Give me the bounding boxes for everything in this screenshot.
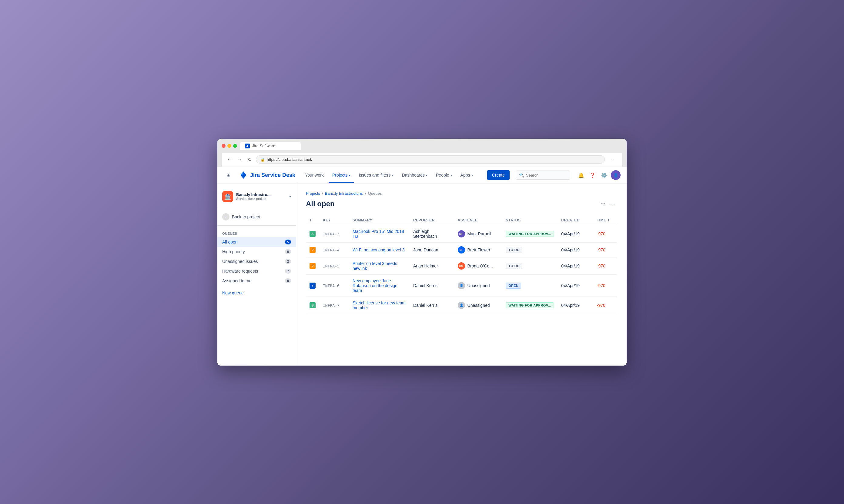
- search-bar[interactable]: 🔍 /: [516, 170, 570, 180]
- traffic-lights: [222, 144, 237, 148]
- issue-assignee-cell: MP Mark Parnell: [454, 225, 502, 242]
- issue-type-cell: S: [306, 296, 319, 314]
- issue-key: INFRA-7: [323, 303, 340, 308]
- status-badge: WAITING FOR APPROV...: [506, 302, 554, 308]
- project-type: Service desk project: [236, 197, 286, 200]
- help-button[interactable]: ❓: [588, 170, 598, 180]
- nav-people[interactable]: People ▾: [432, 170, 455, 180]
- project-header: 🏦 Banc.ly Infrastru... Service desk proj…: [217, 189, 296, 207]
- issue-summary-cell[interactable]: Sketch license for new team member: [349, 296, 410, 314]
- star-button[interactable]: ☆: [599, 199, 607, 209]
- table-row[interactable]: ? INFRA-5 Printer on level 3 needs new i…: [306, 257, 617, 274]
- notifications-button[interactable]: 🔔: [576, 170, 586, 180]
- minimize-button[interactable]: [227, 144, 231, 148]
- user-avatar-button[interactable]: 👤: [611, 170, 621, 180]
- issue-summary[interactable]: Wi-Fi not working on level 3: [352, 248, 405, 252]
- close-button[interactable]: [222, 144, 226, 148]
- issue-time: -970: [597, 248, 605, 252]
- assignee-name: Brona O'Co...: [467, 264, 493, 268]
- issue-time: -970: [597, 303, 605, 308]
- issue-key-cell: INFRA-6: [319, 274, 349, 296]
- assignee-cell: BO Brona O'Co...: [458, 262, 499, 270]
- breadcrumb-projects[interactable]: Projects: [306, 191, 320, 196]
- issue-reporter-cell: Daniel Kerris: [410, 274, 454, 296]
- search-input[interactable]: [526, 173, 577, 178]
- project-info: Banc.ly Infrastru... Service desk projec…: [236, 192, 286, 200]
- browser-titlebar: Jira Software: [222, 142, 622, 150]
- assignee-avatar: 👤: [458, 282, 465, 289]
- nav-apps[interactable]: Apps ▾: [457, 170, 477, 180]
- issue-reporter-cell: Daniel Kerris: [410, 296, 454, 314]
- status-badge: TO DO: [506, 247, 522, 253]
- table-row[interactable]: ? INFRA-4 Wi-Fi not working on level 3 J…: [306, 242, 617, 257]
- browser-tab[interactable]: Jira Software: [240, 142, 301, 150]
- status-badge: OPEN: [506, 283, 521, 289]
- assignee-avatar: 👤: [458, 302, 465, 309]
- issue-created: 04/Apr/19: [561, 303, 580, 308]
- issue-summary[interactable]: Printer on level 3 needs new ink: [352, 261, 397, 271]
- issue-assignee-cell: BO Brona O'Co...: [454, 257, 502, 274]
- col-header-status[interactable]: Status: [502, 216, 557, 225]
- issues-table: T Key Summary Reporter Assignee Status C…: [306, 216, 617, 314]
- col-header-assignee[interactable]: Assignee: [454, 216, 502, 225]
- issue-summary[interactable]: Sketch license for new team member: [352, 301, 406, 310]
- issue-created: 04/Apr/19: [561, 248, 580, 252]
- col-header-time[interactable]: Time t: [593, 216, 617, 225]
- app-name: Jira Service Desk: [250, 172, 295, 178]
- browser-chrome: Jira Software ← → ↻ 🔒 https://cloud.atla…: [217, 139, 627, 167]
- grid-menu-button[interactable]: ⊞: [223, 170, 233, 180]
- table-row[interactable]: S INFRA-3 MacBook Pro 15" Mid 2018 TB As…: [306, 225, 617, 242]
- new-queue-link[interactable]: New queue: [217, 288, 296, 298]
- issue-type-cell: ?: [306, 242, 319, 257]
- issue-reporter-cell: Arjan Helmer: [410, 257, 454, 274]
- project-name: Banc.ly Infrastru...: [236, 192, 286, 197]
- issue-summary-cell[interactable]: MacBook Pro 15" Mid 2018 TB: [349, 225, 410, 242]
- maximize-button[interactable]: [233, 144, 237, 148]
- back-button[interactable]: ←: [226, 156, 233, 164]
- project-chevron-icon[interactable]: ▾: [289, 195, 291, 199]
- table-row[interactable]: S INFRA-7 Sketch license for new team me…: [306, 296, 617, 314]
- issue-summary[interactable]: MacBook Pro 15" Mid 2018 TB: [352, 229, 404, 239]
- reload-button[interactable]: ↻: [246, 156, 253, 164]
- browser-menu-button[interactable]: ⋮: [608, 155, 618, 164]
- settings-button[interactable]: ⚙️: [599, 170, 609, 180]
- col-header-reporter[interactable]: Reporter: [410, 216, 454, 225]
- issue-type-icon: S: [310, 231, 315, 237]
- issue-summary-cell[interactable]: Printer on level 3 needs new ink: [349, 257, 410, 274]
- col-header-created[interactable]: Created: [557, 216, 593, 225]
- address-bar[interactable]: 🔒 https://cloud.atlassian.net/: [256, 156, 605, 164]
- nav-dashboards[interactable]: Dashboards ▾: [398, 170, 431, 180]
- queue-unassigned-issues[interactable]: Unassigned issues 2: [217, 256, 296, 266]
- breadcrumb-project-name[interactable]: Banc.ly Infrastructure.: [325, 191, 363, 196]
- issue-key: INFRA-5: [323, 264, 340, 268]
- create-button[interactable]: Create: [487, 170, 510, 180]
- table-row[interactable]: + INFRA-6 New employee Jane Rotanson on …: [306, 274, 617, 296]
- col-header-summary[interactable]: Summary: [349, 216, 410, 225]
- main-layout: 🏦 Banc.ly Infrastru... Service desk proj…: [217, 184, 627, 365]
- issue-summary-cell[interactable]: Wi-Fi not working on level 3: [349, 242, 410, 257]
- page-actions: ☆ ⋯: [599, 199, 617, 209]
- issue-created-cell: 04/Apr/19: [557, 242, 593, 257]
- issue-created-cell: 04/Apr/19: [557, 257, 593, 274]
- col-header-key[interactable]: Key: [319, 216, 349, 225]
- issue-status-cell: WAITING FOR APPROV...: [502, 296, 557, 314]
- forward-button[interactable]: →: [236, 156, 243, 164]
- issue-key: INFRA-3: [323, 232, 340, 236]
- issue-created: 04/Apr/19: [561, 283, 580, 288]
- issue-summary[interactable]: New employee Jane Rotanson on the design…: [352, 278, 397, 293]
- app-container: ⊞ Jira Service Desk Your work Projects ▾…: [217, 167, 627, 365]
- queue-all-open[interactable]: All open 5: [217, 237, 296, 247]
- queue-hardware-requests[interactable]: Hardware requests 7: [217, 266, 296, 276]
- nav-issues-filters[interactable]: Issues and filters ▾: [355, 170, 397, 180]
- queue-assigned-to-me[interactable]: Assigned to me 0: [217, 276, 296, 286]
- issue-summary-cell[interactable]: New employee Jane Rotanson on the design…: [349, 274, 410, 296]
- issue-reporter-cell: Ashleigh Sterzenbach: [410, 225, 454, 242]
- queue-high-priority[interactable]: High priority 0: [217, 247, 296, 256]
- top-nav: ⊞ Jira Service Desk Your work Projects ▾…: [217, 167, 627, 184]
- page-title: All open: [306, 200, 599, 208]
- issue-created: 04/Apr/19: [561, 231, 580, 236]
- nav-your-work[interactable]: Your work: [302, 170, 327, 180]
- more-options-button[interactable]: ⋯: [609, 199, 617, 209]
- nav-projects[interactable]: Projects ▾: [329, 170, 354, 180]
- back-to-project-button[interactable]: ← Back to project: [217, 211, 296, 223]
